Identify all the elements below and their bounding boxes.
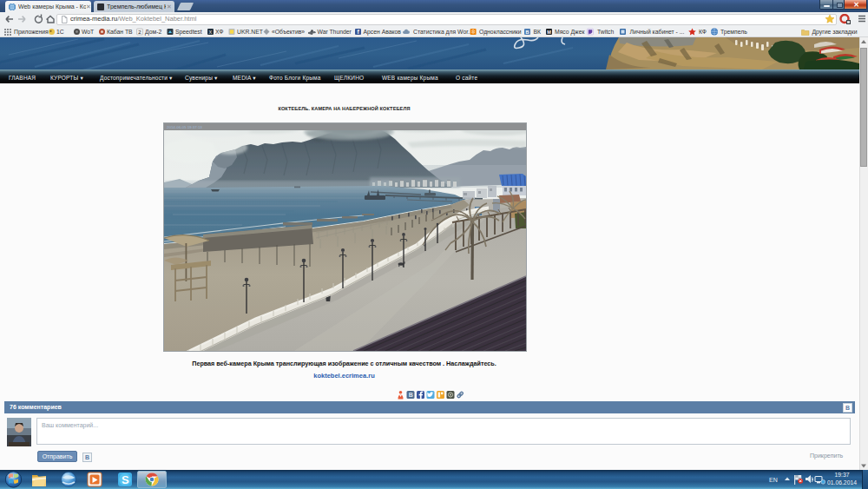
svg-text:Приложения: Приложения (14, 29, 49, 36)
svg-text:Одноклассники: Одноклассники (479, 29, 522, 36)
svg-text:КФ: КФ (699, 29, 707, 35)
svg-text:ХФ: ХФ (215, 29, 223, 35)
svg-text:WoT: WoT (82, 29, 94, 35)
svg-text:Twitch: Twitch (597, 29, 614, 35)
svg-text:Speedtest: Speedtest (175, 29, 202, 36)
svg-text:UKR.NET: UKR.NET (237, 29, 263, 35)
svg-text:Дом-2: Дом-2 (145, 29, 161, 36)
svg-text:Другие закладки: Другие закладки (812, 29, 858, 36)
svg-text:Статистика для Wor...: Статистика для Wor... (413, 29, 473, 36)
svg-text:1С: 1С (56, 29, 64, 35)
svg-text:Личный кабинет - ...: Личный кабинет - ... (630, 29, 685, 35)
svg-text:X: X (208, 30, 212, 35)
svg-text:M: M (547, 30, 551, 35)
svg-text:B: B (526, 30, 529, 35)
svg-text:War Thunder: War Thunder (318, 29, 352, 35)
svg-text:Тремпель: Тремпель (720, 29, 747, 36)
svg-text:ВК: ВК (534, 29, 542, 35)
svg-text:Кабан ТВ: Кабан ТВ (107, 29, 133, 35)
svg-text:«Объектив»: «Объектив» (272, 29, 305, 35)
svg-text:B: B (409, 392, 413, 398)
svg-text:EN: EN (769, 477, 778, 483)
svg-text:Арсен Аваков: Арсен Аваков (364, 29, 402, 36)
svg-text:S: S (122, 473, 129, 486)
svg-text:Мясо Джек: Мясо Джек (555, 29, 584, 36)
svg-text:2014-06-05 19:37:13: 2014-06-05 19:37:13 (167, 125, 202, 129)
